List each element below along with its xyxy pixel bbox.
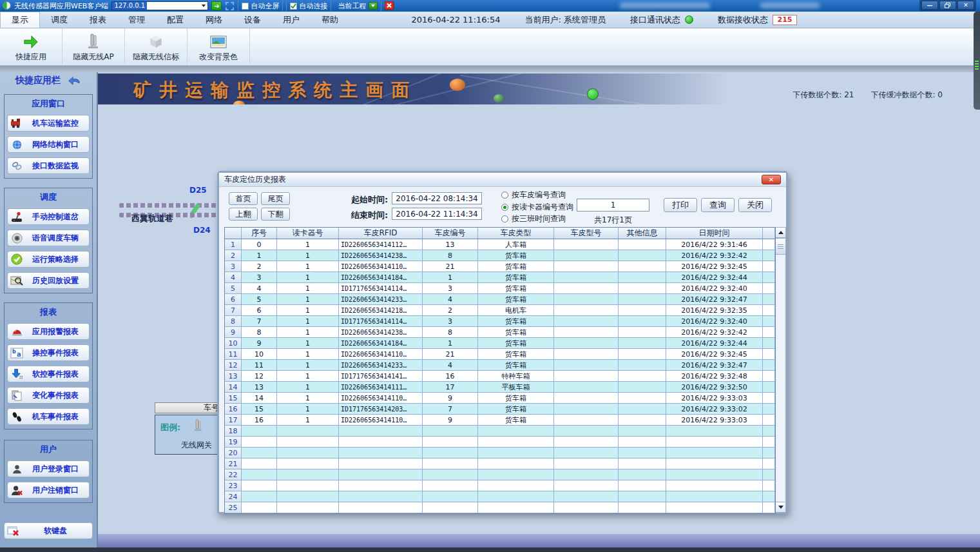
quick-apply-button[interactable]: 快捷应用 bbox=[0, 28, 62, 65]
exit-button[interactable] bbox=[385, 1, 394, 10]
table-row[interactable]: 871ID17176563414114…3货车箱2016/4/22 9:32:4… bbox=[225, 316, 775, 327]
table-row[interactable]: 23 bbox=[225, 480, 775, 491]
menu-item-help[interactable]: 帮助 bbox=[311, 12, 349, 28]
table-row[interactable]: 11101ID22606563414110…21货车箱2016/4/22 9:3… bbox=[225, 349, 775, 360]
sidebar-item-control-event-report[interactable]: ba 操控事件报表 bbox=[7, 344, 90, 361]
user-icon bbox=[10, 463, 24, 475]
track-label-d25: D25 bbox=[189, 186, 207, 195]
sidebar-item-alarm-report[interactable]: 应用报警报表 bbox=[7, 323, 90, 340]
collapse-back-icon[interactable] bbox=[67, 75, 81, 87]
table-row[interactable]: 14131ID22606563414111…17平板车箱2016/4/22 9:… bbox=[225, 382, 775, 393]
menu-item-reports[interactable]: 报表 bbox=[79, 12, 117, 28]
sidebar-item-locomotive-event-report[interactable]: 机车事件报表 bbox=[7, 408, 90, 425]
close-button[interactable]: ✕ bbox=[957, 1, 974, 10]
scrollbar-thumb[interactable] bbox=[776, 238, 785, 255]
menu-item-dispatch[interactable]: 调度 bbox=[40, 12, 79, 28]
table-cell bbox=[242, 469, 277, 480]
prev-page-button[interactable]: 上翻 bbox=[229, 208, 258, 221]
sidebar-item-run-strategy[interactable]: 运行策略选择 bbox=[7, 251, 90, 268]
cube-icon bbox=[148, 32, 164, 50]
menu-item-display[interactable]: 显示 bbox=[0, 12, 40, 28]
reader-number-input[interactable] bbox=[577, 199, 649, 212]
last-page-button[interactable]: 尾页 bbox=[261, 192, 290, 205]
table-filler-cell bbox=[763, 294, 775, 304]
table-cell: 人车箱 bbox=[478, 239, 554, 250]
table-row[interactable]: 13121ID17176563414141…16特种车箱2016/4/22 9:… bbox=[225, 371, 775, 382]
table-row[interactable]: 651ID22606563414233…4货车箱2016/4/22 9:32:4… bbox=[225, 294, 775, 305]
soft-keyboard-button[interactable]: 软键盘 bbox=[4, 522, 93, 539]
sidebar-item-soft-event-report[interactable]: 软控事件报表 bbox=[7, 366, 90, 382]
menu-item-management[interactable]: 管理 bbox=[117, 12, 156, 28]
sidebar-item-manual-switch-control[interactable]: 手动控制道岔 bbox=[7, 208, 90, 225]
scroll-up-icon[interactable] bbox=[776, 228, 785, 238]
project-dropdown-icon[interactable] bbox=[369, 2, 378, 10]
sidebar-header: 快捷应用栏 bbox=[0, 72, 97, 89]
end-time-input[interactable] bbox=[392, 208, 482, 220]
sidebar-item-change-event-report[interactable]: 变化事件报表 bbox=[7, 387, 90, 404]
sidebar-item-network-structure[interactable]: 网络结构窗口 bbox=[7, 136, 90, 153]
hide-wireless-ap-button[interactable]: 隐藏无线AP bbox=[62, 28, 125, 65]
fullscreen-icon[interactable] bbox=[225, 1, 235, 10]
auto-fullscreen-checkbox[interactable]: 自动全屏 bbox=[238, 1, 283, 11]
radio-by-reader-number[interactable]: 按读卡器编号查询 bbox=[501, 202, 573, 212]
first-page-button[interactable]: 首页 bbox=[229, 192, 258, 205]
sidebar-item-interface-data-monitor[interactable]: 接口数据监视 bbox=[7, 157, 90, 174]
menu-item-users[interactable]: 用户 bbox=[272, 12, 311, 28]
table-row[interactable]: 981ID22606563414238…8货车箱2016/4/22 9:32:4… bbox=[225, 327, 775, 338]
close-dialog-button[interactable]: 关闭 bbox=[738, 198, 772, 212]
sidebar-item-user-login[interactable]: 用户登录窗口 bbox=[7, 460, 90, 477]
sidebar-item-history-playback[interactable]: 历史回放设置 bbox=[7, 272, 90, 289]
restore-button[interactable] bbox=[939, 1, 956, 10]
picture-icon bbox=[209, 32, 227, 50]
row-number-cell: 23 bbox=[225, 480, 242, 491]
menu-item-network[interactable]: 网络 bbox=[195, 12, 233, 28]
dialog-close-button[interactable]: ✕ bbox=[762, 175, 781, 184]
minimize-button[interactable]: — bbox=[921, 1, 938, 10]
address-combobox[interactable]: 127.0.0.1 bbox=[111, 1, 208, 10]
radio-by-shift-time[interactable]: 按三班时间查询 bbox=[501, 214, 566, 224]
table-cell bbox=[423, 491, 478, 502]
table-row[interactable]: 12111ID22606563414233…4货车箱2016/4/22 9:32… bbox=[225, 360, 775, 371]
table-row[interactable]: 19 bbox=[225, 437, 775, 448]
scroll-down-icon[interactable] bbox=[776, 502, 785, 512]
table-cell bbox=[339, 437, 423, 447]
table-row[interactable]: 16151ID17176563414203…7货车箱2016/4/22 9:33… bbox=[225, 404, 775, 415]
menu-item-devices[interactable]: 设备 bbox=[233, 12, 272, 28]
table-row[interactable]: 321ID22606563414110…21货车箱2016/4/22 9:32:… bbox=[225, 261, 775, 272]
current-project-control[interactable]: 当前工程 bbox=[334, 1, 381, 11]
table-row[interactable]: 1091ID22606563414184…1货车箱2016/4/22 9:32:… bbox=[225, 338, 775, 349]
menu-item-config[interactable]: 配置 bbox=[156, 12, 195, 28]
table-cell bbox=[619, 349, 666, 359]
dialog-titlebar[interactable]: 车皮定位历史报表 ✕ bbox=[219, 173, 786, 187]
table-row[interactable]: 25 bbox=[225, 502, 775, 513]
table-row[interactable]: 24 bbox=[225, 491, 775, 502]
table-row[interactable]: 21 bbox=[225, 458, 775, 469]
table-row[interactable]: 20 bbox=[225, 448, 775, 458]
table-row[interactable]: 101ID22606563414112…13人车箱2016/4/22 9:31:… bbox=[225, 239, 775, 250]
table-row[interactable]: 541ID17176563414114…3货车箱2016/4/22 9:32:4… bbox=[225, 283, 775, 294]
sidebar-item-voice-dispatch[interactable]: 语音调度车辆 bbox=[7, 230, 90, 246]
row-number-cell: 11 bbox=[225, 349, 242, 359]
combo-dropdown-icon[interactable] bbox=[200, 2, 207, 10]
connect-go-button[interactable]: ➔ bbox=[211, 1, 222, 10]
hide-wireless-beacon-button[interactable]: 隐藏无线信标 bbox=[125, 28, 187, 65]
table-row[interactable]: 211ID22606563414238…8货车箱2016/4/22 9:32:4… bbox=[225, 250, 775, 261]
table-row[interactable]: 761ID22606563414218…2电机车2016/4/22 9:32:3… bbox=[225, 305, 775, 316]
table-row[interactable]: 15141ID22606563414110…9货车箱2016/4/22 9:33… bbox=[225, 393, 775, 404]
print-button[interactable]: 打印 bbox=[664, 198, 697, 212]
change-background-button[interactable]: 改变背景色 bbox=[187, 28, 250, 65]
table-row[interactable]: 17161ID22606563414110…9货车箱2016/4/22 9:33… bbox=[225, 415, 775, 426]
query-button[interactable]: 查询 bbox=[701, 198, 735, 212]
start-time-input[interactable] bbox=[392, 192, 482, 204]
radio-by-wagon-number[interactable]: 按车皮编号查询 bbox=[501, 190, 566, 200]
table-row[interactable]: 18 bbox=[225, 426, 775, 437]
table-row[interactable]: 431ID22606563414184…1货车箱2016/4/22 9:32:4… bbox=[225, 272, 775, 283]
svg-text:b: b bbox=[12, 349, 16, 355]
table-row[interactable]: 22 bbox=[225, 469, 775, 480]
docked-edge-panel[interactable] bbox=[974, 12, 980, 110]
auto-connect-checkbox[interactable]: 自动连接 bbox=[286, 1, 331, 11]
next-page-button[interactable]: 下翻 bbox=[261, 208, 290, 221]
sidebar-item-user-logout[interactable]: 用户注销窗口 bbox=[7, 482, 90, 498]
sidebar-item-locomotive-monitor[interactable]: 机车运输监控 bbox=[7, 115, 90, 132]
table-vertical-scrollbar[interactable] bbox=[776, 227, 786, 513]
